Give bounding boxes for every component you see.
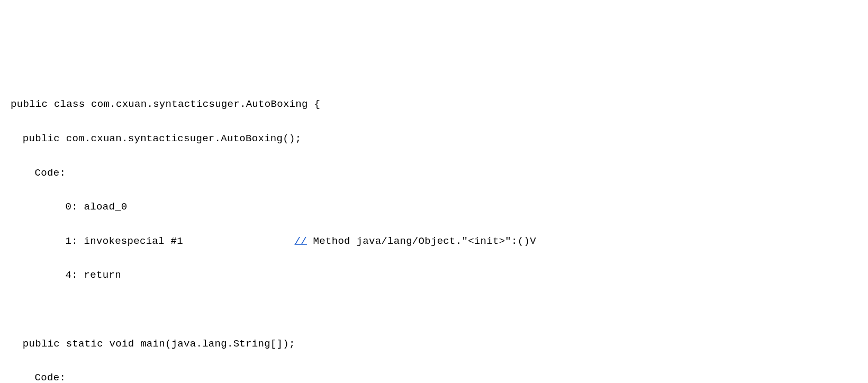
constructor-declaration: public com.cxuan.syntacticsuger.AutoBoxi… xyxy=(11,130,857,147)
bytecode-line: 1: invokespecial #1 // Method java/lang/… xyxy=(11,233,857,250)
class-declaration: public class com.cxuan.syntacticsuger.Au… xyxy=(11,96,857,113)
padding xyxy=(183,235,295,247)
comment-slash-icon: // xyxy=(295,235,307,247)
main-method-declaration: public static void main(java.lang.String… xyxy=(11,335,857,352)
bytecode-listing: public class com.cxuan.syntacticsuger.Au… xyxy=(11,79,857,383)
code-label: Code: xyxy=(11,369,857,383)
comment-text: Method java/lang/Object."<init>":()V xyxy=(307,235,536,247)
code-label: Code: xyxy=(11,165,857,181)
instruction-text: 1: invokespecial #1 xyxy=(47,235,183,247)
bytecode-line: 4: return xyxy=(11,267,857,284)
blank-line xyxy=(11,301,857,318)
bytecode-line: 0: aload_0 xyxy=(11,198,857,215)
